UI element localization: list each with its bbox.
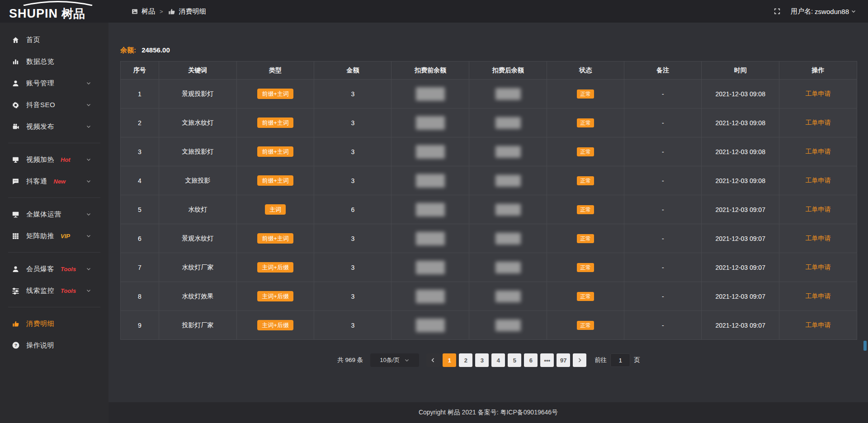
prev-page-button[interactable] xyxy=(426,353,440,367)
cell-action: 工单申请 xyxy=(779,311,857,340)
cell-index: 9 xyxy=(121,311,159,340)
status-badge: 正常 xyxy=(577,147,594,156)
masked-value xyxy=(416,203,445,216)
page-button-2[interactable]: 2 xyxy=(459,353,472,367)
cell-time: 2021-12-03 09:08 xyxy=(702,108,779,137)
cell-status: 正常 xyxy=(547,166,624,195)
cell-balance-before xyxy=(392,224,469,253)
sidebar-item-首页[interactable]: 首页 xyxy=(0,29,108,51)
status-badge: 正常 xyxy=(577,234,594,243)
sidebar-item-消费明细[interactable]: 消费明细 xyxy=(0,313,108,334)
cell-index: 8 xyxy=(121,282,159,311)
work-order-link[interactable]: 工单申请 xyxy=(806,206,831,213)
scrollbar-thumb[interactable] xyxy=(863,341,867,351)
masked-value xyxy=(495,146,521,158)
cell-time: 2021-12-03 09:08 xyxy=(702,166,779,195)
table-row: 3文旅投影灯前缀+主词3正常-2021-12-03 09:08工单申请 xyxy=(121,137,857,166)
consumption-table: 序号关键词类型金额扣费前余额扣费后余额状态备注时间操作 1景观投影灯前缀+主词3… xyxy=(120,61,857,340)
cell-index: 3 xyxy=(121,137,159,166)
sidebar-item-账号管理[interactable]: 账号管理 xyxy=(0,72,108,94)
status-badge: 正常 xyxy=(577,118,594,127)
sidebar-item-全媒体运营[interactable]: 全媒体运营 xyxy=(0,203,108,225)
status-badge: 正常 xyxy=(577,321,594,330)
work-order-link[interactable]: 工单申请 xyxy=(806,177,831,184)
chevron-down-icon xyxy=(86,177,94,185)
cell-amount: 3 xyxy=(314,224,392,253)
chevron-down-icon xyxy=(86,265,94,273)
cell-status: 正常 xyxy=(547,137,624,166)
page-button-6[interactable]: 6 xyxy=(524,353,538,367)
sidebar-item-label: 操作说明 xyxy=(26,341,54,350)
sidebar-item-抖客通[interactable]: 抖客通New xyxy=(0,170,108,192)
sidebar-item-操作说明[interactable]: ?操作说明 xyxy=(0,334,108,356)
chevron-down-icon xyxy=(851,9,856,14)
work-order-link[interactable]: 工单申请 xyxy=(806,235,831,242)
sidebar-item-视频加热[interactable]: 视频加热Hot xyxy=(0,149,108,170)
breadcrumb-item[interactable]: 消费明细 xyxy=(168,7,206,16)
sidebar-item-label: 会员爆客 xyxy=(26,265,54,273)
work-order-link[interactable]: 工单申请 xyxy=(806,90,831,97)
more-pages-button[interactable]: ••• xyxy=(540,353,554,367)
status-badge: 正常 xyxy=(577,89,594,99)
cell-amount: 3 xyxy=(314,253,392,282)
page-button-5[interactable]: 5 xyxy=(508,353,521,367)
logo: SHUPIN 树品 xyxy=(0,1,108,22)
cell-balance-after xyxy=(469,311,547,340)
sidebar-item-label: 账号管理 xyxy=(26,79,54,88)
sidebar-item-视频发布[interactable]: 视频发布 xyxy=(0,116,108,137)
cell-remark: - xyxy=(624,195,702,224)
breadcrumb-item[interactable]: 树品 xyxy=(131,7,155,16)
type-badge: 主词+后缀 xyxy=(257,291,293,301)
table-row: 4文旅投影前缀+主词3正常-2021-12-03 09:08工单申请 xyxy=(121,166,857,195)
sidebar-item-数据总览[interactable]: 数据总览 xyxy=(0,51,108,72)
column-header-备注: 备注 xyxy=(624,61,702,80)
comment-icon xyxy=(12,177,20,185)
expense-icon xyxy=(12,320,20,328)
sidebar-item-会员爆客[interactable]: 会员爆客Tools xyxy=(0,258,108,280)
video-camera-icon xyxy=(12,122,20,131)
display-icon xyxy=(12,155,20,164)
cell-amount: 6 xyxy=(314,195,392,224)
table-header-row: 序号关键词类型金额扣费前余额扣费后余额状态备注时间操作 xyxy=(121,61,857,80)
balance: 余额: 24856.00 xyxy=(120,46,857,55)
cell-balance-before xyxy=(392,282,469,311)
work-order-link[interactable]: 工单申请 xyxy=(806,292,831,300)
cell-action: 工单申请 xyxy=(779,137,857,166)
cell-remark: - xyxy=(624,253,702,282)
next-page-button[interactable] xyxy=(573,353,586,367)
table-row: 2文旅水纹灯前缀+主词3正常-2021-12-03 09:08工单申请 xyxy=(121,108,857,137)
sidebar-item-矩阵助推[interactable]: 矩阵助推VIP xyxy=(0,225,108,247)
sidebar-item-线索监控[interactable]: 线索监控Tools xyxy=(0,280,108,301)
goto-page-input[interactable] xyxy=(610,353,630,367)
cell-keyword: 投影灯厂家 xyxy=(159,311,236,340)
chevron-down-icon xyxy=(86,122,94,131)
page-button-1[interactable]: 1 xyxy=(443,353,456,367)
goto-label: 前往 xyxy=(594,356,607,364)
work-order-link[interactable]: 工单申请 xyxy=(806,148,831,155)
grid-icon xyxy=(12,232,20,240)
page-buttons: 123456•••97 xyxy=(443,353,570,367)
user-icon xyxy=(12,79,20,87)
masked-value xyxy=(416,174,445,188)
cell-balance-after xyxy=(469,80,547,108)
pagination: 共 969 条 10条/页 123456•••97 前往 页 xyxy=(120,353,857,367)
page-button-97[interactable]: 97 xyxy=(557,353,570,367)
page-button-3[interactable]: 3 xyxy=(475,353,489,367)
work-order-link[interactable]: 工单申请 xyxy=(806,263,831,271)
sidebar-item-抖音SEO[interactable]: 抖音SEO xyxy=(0,94,108,116)
cell-keyword: 水纹灯厂家 xyxy=(159,253,236,282)
cell-amount: 3 xyxy=(314,137,392,166)
work-order-link[interactable]: 工单申请 xyxy=(806,119,831,126)
sidebar-item-label: 抖音SEO xyxy=(26,101,55,109)
page-size-select[interactable]: 10条/页 xyxy=(370,353,419,367)
type-badge: 前缀+主词 xyxy=(257,233,293,244)
cell-type: 前缀+主词 xyxy=(236,137,314,166)
sidebar-item-tag: Tools xyxy=(61,266,76,273)
fullscreen-icon[interactable] xyxy=(774,8,781,15)
work-order-link[interactable]: 工单申请 xyxy=(806,321,831,329)
masked-value xyxy=(495,117,521,129)
column-header-状态: 状态 xyxy=(547,61,624,80)
page-button-4[interactable]: 4 xyxy=(491,353,505,367)
username-value: zswodun88 xyxy=(815,8,849,15)
user-menu[interactable]: 用户名: zswodun88 xyxy=(791,7,856,16)
